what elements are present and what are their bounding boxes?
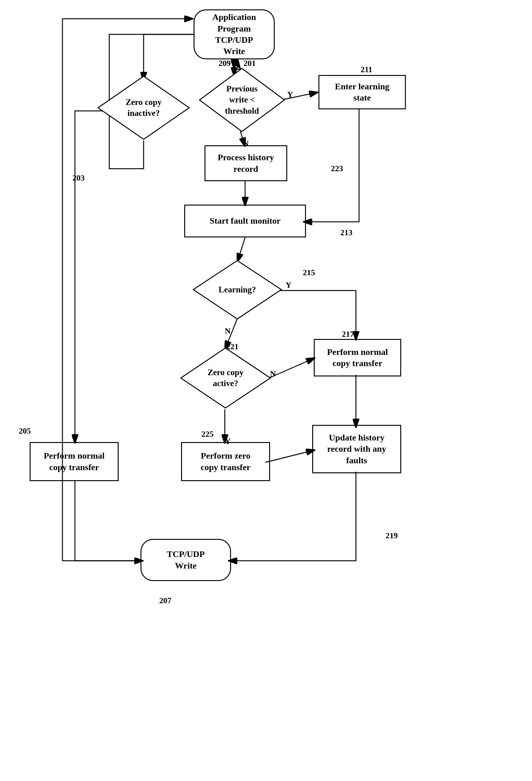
n-label-zero-copy-active: N	[270, 369, 276, 379]
perform-normal-copy-right-label: Perform normalcopy transfer	[327, 346, 388, 369]
learning-node: Learning?	[192, 259, 282, 320]
tcp-udp-write-node: TCP/UDPWrite	[140, 539, 231, 581]
update-history-label: Update historyrecord with anyfaults	[327, 432, 386, 466]
zero-copy-inactive-node: Zero copyinactive?	[97, 75, 190, 140]
label-219: 219	[386, 531, 398, 540]
n-label-learning: N	[225, 326, 231, 336]
label-217: 217	[342, 330, 354, 339]
app-program-label: Application Program TCP/UDP Write	[212, 11, 256, 57]
label-205: 205	[19, 426, 31, 436]
svg-line-8	[281, 92, 318, 100]
label-209: 209	[219, 59, 231, 68]
learning-label: Learning?	[219, 284, 256, 295]
label-201: 201	[243, 59, 256, 68]
start-fault-monitor-label: Start fault monitor	[210, 215, 280, 227]
zero-copy-active-label: Zero copyactive?	[208, 367, 244, 389]
process-history-node: Process historyrecord	[205, 145, 287, 181]
label-223: 223	[331, 164, 343, 173]
label-207: 207	[159, 596, 171, 606]
n-label-previous-write: N	[243, 139, 249, 149]
enter-learning-label: Enter learningstate	[335, 81, 389, 104]
label-225: 225	[202, 429, 214, 439]
zero-copy-active-node: Zero copyactive?	[180, 347, 272, 409]
label-213: 213	[340, 228, 352, 237]
start-fault-monitor-node: Start fault monitor	[184, 205, 306, 237]
svg-line-16	[265, 450, 315, 462]
label-215: 215	[303, 268, 315, 277]
zero-copy-inactive-label: Zero copyinactive?	[126, 97, 162, 119]
enter-learning-node: Enter learningstate	[318, 75, 406, 109]
label-221: 221	[226, 342, 238, 352]
tcp-udp-write-label: TCP/UDPWrite	[167, 548, 205, 571]
perform-zero-copy-node: Perform zerocopy transfer	[181, 442, 270, 481]
perform-normal-copy-left-label: Perform normalcopy transfer	[44, 450, 104, 473]
perform-normal-copy-right-node: Perform normalcopy transfer	[314, 339, 401, 376]
y-label-previous-write: Y	[287, 90, 293, 99]
update-history-node: Update historyrecord with anyfaults	[312, 425, 401, 473]
perform-zero-copy-label: Perform zerocopy transfer	[201, 450, 251, 473]
label-203: 203	[73, 173, 85, 183]
svg-line-11	[237, 237, 245, 262]
y-label-learning: Y	[286, 281, 292, 290]
previous-write-label: Previouswrite <threshold	[225, 83, 259, 116]
flowchart-diagram: Application Program TCP/UDP Write Zero c…	[0, 0, 532, 781]
previous-write-node: Previouswrite <threshold	[198, 67, 286, 133]
app-program-node: Application Program TCP/UDP Write	[193, 9, 275, 59]
label-211: 211	[361, 65, 372, 74]
perform-normal-copy-left-node: Perform normalcopy transfer	[30, 442, 119, 481]
process-history-label: Process historyrecord	[218, 152, 274, 175]
y-label-zero-copy-active: Y	[225, 437, 231, 446]
